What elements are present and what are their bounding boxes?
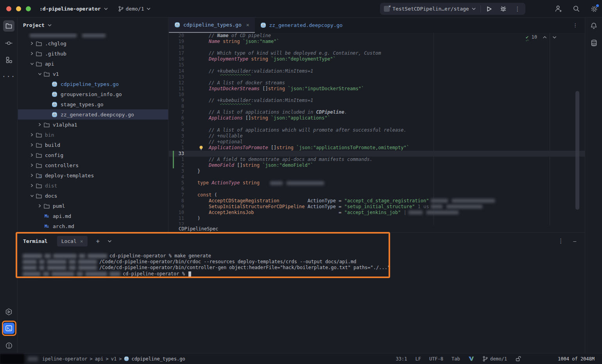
indent-indicator[interactable]: Tab [452,356,460,362]
terminal-options-button[interactable]: ⋮ [558,237,564,244]
intention-bulb-icon[interactable] [199,145,204,150]
tree-item-dist[interactable]: dist [18,180,168,191]
code-line[interactable]: 11 InputDockerStreams []string `json:"in… [169,86,585,92]
close-tab-icon[interactable]: × [246,22,249,28]
code-line[interactable]: 13 [169,74,585,80]
code-with-me-button[interactable] [555,5,563,12]
editor-scrollbar-thumb[interactable] [575,91,579,210]
code-line[interactable]: 1 // A field to demonstrate api-docs and… [169,157,585,162]
status-branch-widget[interactable]: demo/1 [482,356,507,362]
code-line[interactable]: 2 // +optional [169,139,585,145]
vim-plugin-icon[interactable] [468,356,474,361]
tree-item-build[interactable]: build [18,140,168,150]
code-line[interactable]: 11) [169,216,585,221]
code-line[interactable]: 2 DemoField []string `json:"demoField"` [169,162,585,168]
code-line-current[interactable]: 33 [169,151,585,157]
code-line[interactable]: 16 DeploymentType string `json:"deployme… [169,56,585,62]
close-window-button[interactable] [6,6,11,11]
code-line[interactable]: 9 // +kubebuilder:validation:MinItems=1 [169,98,585,103]
structure-toolwindow-button[interactable] [3,54,14,66]
chevron-down-icon[interactable] [36,72,43,76]
more-toolwindows-button[interactable]: ··· [3,71,14,82]
tree-item--github[interactable]: .github [18,48,168,59]
new-terminal-button[interactable]: + [96,237,100,245]
services-toolwindow-button[interactable] [3,306,14,318]
tree-item-controllers[interactable]: controllers [18,160,168,170]
tab-zz-generated-deepcopy[interactable]: zz_generated.deepcopy.go [255,18,348,33]
tree-item-api[interactable]: api [18,59,168,69]
code-line[interactable]: 9 SetupInitialStructureForCDPipeline Act… [169,204,585,210]
terminal-dropdown-icon[interactable] [108,240,112,243]
line-ending-indicator[interactable]: LF [415,356,421,362]
tree-item-arch-md[interactable]: M↓arch.md [18,221,168,231]
close-terminal-tab-icon[interactable]: × [80,238,83,244]
code-line[interactable]: 19 Name string `json:"name"` [169,39,585,45]
code-line[interactable]: 17 // Which type of kind will be deploye… [169,50,585,56]
code-line[interactable]: 5 [169,121,585,127]
tree-item--chglog[interactable]: .chglog [18,38,168,48]
code-line[interactable]: 6 [169,186,585,192]
code-line[interactable]: 4 // A list of applications which will p… [169,127,585,133]
tree-item-api-md[interactable]: M↓api.md [18,211,168,221]
search-everywhere-button[interactable] [573,5,580,12]
code-line[interactable]: 3 // +nullable [169,133,585,139]
code-line[interactable]: 18 [169,45,585,50]
unlocked-icon[interactable] [515,356,521,362]
code-line[interactable]: 12 // A list of docker streams [169,80,585,86]
code-line[interactable]: 15 [169,62,585,68]
encoding-indicator[interactable]: UTF-8 [429,356,443,362]
project-panel-title[interactable]: Project [23,22,45,28]
code-line[interactable]: 7const ( [169,192,585,198]
tab-cdpipeline-types[interactable]: cdpipeline_types.go × [169,18,255,33]
tree-item-zz-generated-deepcopy-go[interactable]: zz_generated.deepcopy.go [18,109,168,120]
code-line[interactable]: 3} [169,168,585,174]
notifications-button[interactable] [588,20,599,31]
database-toolwindow-button[interactable] [588,37,599,48]
problems-toolwindow-button[interactable] [3,340,14,351]
code-area[interactable]: 20 // Name of CD pipeline19 Name string … [169,33,585,225]
chevron-right-icon[interactable] [29,133,35,137]
chevron-right-icon[interactable] [29,143,35,147]
chevron-right-icon[interactable] [36,204,43,208]
project-toolwindow-button[interactable] [3,20,14,32]
branch-selector[interactable]: demo/1 [118,6,150,12]
tree-item-puml[interactable]: puml [18,201,168,211]
tree-item-docs[interactable]: docs [18,191,168,201]
tree-item-config[interactable]: config [18,150,168,160]
editor-breadcrumb[interactable]: CDPipelineSpec [169,225,585,232]
status-breadcrumbs[interactable]: ipeline-operator > api > v1 > cdpipeline… [42,356,185,362]
next-problem-icon[interactable] [552,36,557,39]
code-line[interactable]: 8 AcceptCDStageRegistration ActionType =… [169,198,585,204]
chevron-down-icon[interactable] [29,194,35,198]
project-selector[interactable]: :d-pipeline-operator [39,6,108,12]
hide-terminal-button[interactable]: — [573,238,576,244]
code-line[interactable]: 12 [169,221,585,225]
run-more-button[interactable]: ⋮ [512,4,523,14]
minimize-window-button[interactable] [16,6,21,11]
terminal-output[interactable]: cd-pipeline-operator % make generate/Cod… [18,249,585,277]
debug-button[interactable] [498,4,509,14]
tree-item-cdpipeline-types-go[interactable]: cdpipeline_types.go [18,79,168,89]
chevron-right-icon[interactable] [29,52,35,55]
prev-problem-icon[interactable] [543,36,547,39]
code-line[interactable]: 10 [169,92,585,98]
code-line[interactable]: 7 // A list of applications included in … [169,109,585,115]
tree-item-v1alpha1[interactable]: v1alpha1 [18,120,168,130]
code-line[interactable]: 10 AcceptJenkinsJob = "accept_jenkins_jo… [169,210,585,216]
code-line[interactable]: 20 // Name of CD pipeline [169,33,585,39]
memory-indicator[interactable]: 1004 of 2048M [529,355,597,363]
run-configuration-selector[interactable]: ✕ TestSetCDPipelin…er/stage [382,6,477,12]
terminal-tab-local[interactable]: Local × [57,236,88,246]
chevron-right-icon[interactable] [29,153,35,157]
chevron-down-icon[interactable] [48,24,52,27]
tree-item-deploy-templates[interactable]: deploy-templates [18,170,168,180]
caret-position[interactable]: 33:1 [396,356,407,362]
settings-button[interactable] [590,5,598,13]
chevron-right-icon[interactable] [29,41,35,45]
tree-item-stage-types-go[interactable]: stage_types.go [18,99,168,109]
editor-options-button[interactable]: ⋮ [566,18,585,33]
chevron-right-icon[interactable] [29,163,35,167]
run-button[interactable] [484,4,495,14]
chevron-right-icon[interactable] [36,123,43,127]
commit-toolwindow-button[interactable] [3,37,14,49]
